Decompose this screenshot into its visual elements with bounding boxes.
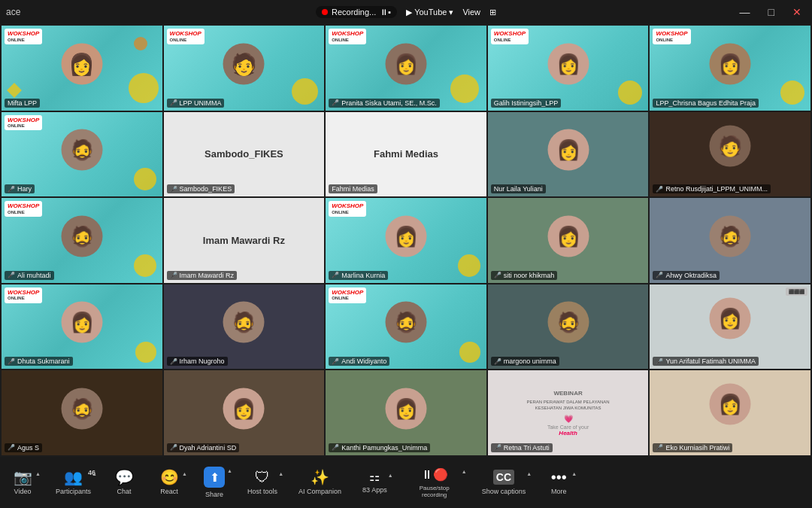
more-button[interactable]: ••• More ▲ [536,467,581,498]
titlebar-center: Recording... ⏸▪ ▶ YouTube ▾ View ⊞ [316,6,496,18]
recording-label: Recording... [332,8,376,17]
video-tile-retna[interactable]: WEBINAR PERAN PERAWAT DALAM PELAYANANKES… [488,370,649,455]
video-tile-imam[interactable]: Imam Mawardi Rz 🎤 Imam Mawardi Rz [164,198,325,283]
ai-companion-button[interactable]: ✨ AI Companion [288,467,352,498]
ai-companion-label: AI Companion [298,488,341,495]
host-tools-caret: ▲ [278,471,283,476]
show-captions-button[interactable]: CC Show captions ▲ [471,467,537,498]
name-text: Pranita Siska Utami, SE., M.Sc. [341,99,437,107]
video-icon: 📷 [14,470,32,485]
titlebar-right: — □ ✕ [496,6,806,18]
react-icon: 😊 [160,470,179,485]
minimize-button[interactable]: — [735,6,755,18]
participants-caret: ▲ [92,471,97,476]
name-label-kanthi: 🎤 Kanthi Pamungkas_Unimma [329,443,430,452]
host-tools-button[interactable]: 🛡 Host tools ▲ [237,467,288,498]
host-tools-label: Host tools [247,488,277,495]
more-caret: ▲ [571,471,577,476]
name-label-agus: 🎤 Agus S [5,443,42,452]
apps-button[interactable]: ⚏ 83 Apps ▲ [352,468,398,497]
video-tile-marlina[interactable]: WOKSHOP ONLINE 👩 🎤 Marlina Kurnia [326,198,486,283]
chat-icon: 💬 [115,470,134,485]
name-text: Agus S [17,444,39,452]
name-text: Nur Laila Yuliani [494,185,543,193]
video-caret: ▲ [35,471,41,476]
name-text: Dyah Adriantini SD [180,444,237,452]
captions-caret: ▲ [526,471,532,476]
video-tile-eko[interactable]: 👩 🎤 Eko Kurniasih Pratiwi [650,370,810,455]
video-tile-andi[interactable]: WOKSHOP ONLINE 🧔 🎤 Andi Widiyanto [326,284,486,370]
name-label-ahwy: 🎤 Ahwy Oktradiksa [653,271,720,280]
video-tile-galih[interactable]: WOKSHOP ONLINE 👩 Galih Istiningsih_LPP [488,26,649,111]
more-label: More [551,488,567,495]
name-text: Eko Kurniasih Pratiwi [665,444,729,452]
video-button[interactable]: 📷 Video ▲ [0,467,45,498]
app-title-text: ace [6,7,20,17]
video-tile-siti[interactable]: 👩 🎤 siti noor khikmah [488,198,649,283]
app-name: ace [6,7,316,17]
apps-caret: ▲ [388,473,393,478]
video-tile-irham[interactable]: 🧔 🎤 Irham Nugroho [164,284,325,370]
name-text: Imam Mawardi Rz [180,272,235,279]
name-text: Hary [17,185,32,193]
video-tile-retno[interactable]: 🧑 🎤 Retno Rusdjijati_LPPM_UNIMM... [650,112,810,197]
video-tile-ahwy[interactable]: 🧔 🎤 Ahwy Oktradiksa [650,198,810,283]
name-text: Marlina Kurnia [341,272,385,279]
react-caret: ▲ [182,471,187,476]
pause-stop-label: Pause/stop recording [408,485,461,498]
video-tile-nur-laila[interactable]: 👩 Nur Laila Yuliani [488,112,649,197]
video-tile-agus[interactable]: 🧔 🎤 Agus S [2,370,162,455]
close-button[interactable]: ✕ [788,6,806,18]
participants-button[interactable]: 👥 Participants 46 ▲ [45,467,102,498]
name-label-chrisna: LPP_Chrisna Bagus Edhita Praja [653,99,759,108]
name-label-dhuta: 🎤 Dhuta Sukmarani [5,357,73,366]
name-text: Mifta LPP [8,99,37,107]
name-text: Retno Rusdjijati_LPPM_UNIMM... [665,185,768,193]
share-icon: ⬆ [204,467,225,488]
name-label-andi: 🎤 Andi Widiyanto [329,357,389,366]
center-name-sambodo: Sambodo_FIKES [205,148,283,160]
apps-label: 83 Apps [362,486,387,494]
video-tile-dhuta[interactable]: WOKSHOP ONLINE 👩 🎤 Dhuta Sukmarani [2,284,162,370]
name-text: margono unimma [504,357,556,365]
pause-icon[interactable]: ⏸▪ [380,8,391,17]
show-captions-label: Show captions [482,488,526,495]
video-tile-ali[interactable]: WOKSHOP ONLINE 🧔 🎤 Ali muhtadi [2,198,162,283]
grid-view-icon: ⊞ [489,8,496,17]
maximize-button[interactable]: □ [764,6,779,18]
name-label-margono: 🎤 margono unimma [491,357,559,366]
video-tile-sambodo[interactable]: Sambodo_FIKES 🎤 Sambodo_FIKES [164,112,325,197]
zoom-toolbar: 📷 Video ▲ 👥 Participants 46 ▲ 💬 Chat 😊 R… [0,457,812,508]
video-tile-mifta[interactable]: WOKSHOP ONLINE 👩 Mifta LPP [2,26,162,111]
more-icon: ••• [551,470,567,485]
name-label-retna-tri: 🎤 Retna Tri Astuti [491,443,553,452]
chat-button[interactable]: 💬 Chat [102,467,147,498]
apps-icon: ⚏ [369,471,380,483]
name-text: Retna Tri Astuti [504,444,550,452]
youtube-btn[interactable]: ▶ YouTube ▾ [406,8,453,17]
recording-dot [322,9,328,15]
share-button[interactable]: ⬆ Share ▲ [192,464,237,501]
pause-stop-caret: ▲ [462,469,467,474]
video-tile-chrisna[interactable]: WOKSHOP ONLINE 👩 LPP_Chrisna Bagus Edhit… [650,26,810,111]
name-label-galih: Galih Istiningsih_LPP [491,99,562,108]
center-name-fahmi: Fahmi Medias [374,148,438,160]
name-text: Galih Istiningsih_LPP [494,99,559,107]
video-tile-margono[interactable]: 🧔 🎤 margono unimma [488,284,649,370]
name-label-nur-laila: Nur Laila Yuliani [491,184,546,193]
view-btn[interactable]: View [462,8,480,17]
video-tile-kanthi[interactable]: 👩 🎤 Kanthi Pamungkas_Unimma [326,370,486,455]
pause-stop-recording-button[interactable]: ⏸🔴 Pause/stop recording ▲ [398,464,471,501]
video-tile-pranita[interactable]: WOKSHOP ONLINE 👩 🎤 Pranita Siska Utami, … [326,26,486,111]
video-tile-lpp-unimma[interactable]: WOKSHOP ONLINE 🧑 🎤 LPP UNIMMA [164,26,325,111]
name-label-fahmi: Fahmi Medias [329,184,377,193]
react-label: React [160,488,178,495]
participants-icon: 👥 [64,470,83,485]
name-label-dyah: 🎤 Dyah Adriantini SD [167,443,240,452]
video-tile-yun[interactable]: 👩 ⬛⬛⬛ 🎤 Yun Arifatul Fatimah UNIMMA [650,284,810,370]
video-tile-hary[interactable]: WOKSHOP ONLINE 🧔 🎤 Hary [2,112,162,197]
video-tile-dyah[interactable]: 👩 🎤 Dyah Adriantini SD [164,370,325,455]
video-tile-fahmi[interactable]: Fahmi Medias Fahmi Medias [326,112,486,197]
react-button[interactable]: 😊 React ▲ [147,467,192,498]
youtube-label: YouTube [414,8,447,17]
